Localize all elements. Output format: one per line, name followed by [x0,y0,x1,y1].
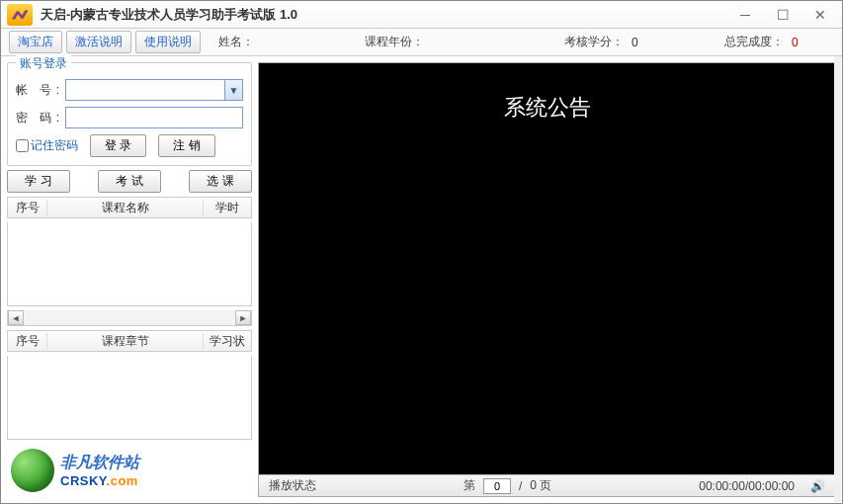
brand-footer: 非凡软件站 CRSKY.com [7,444,252,497]
login-title: 账号登录 [16,55,71,72]
account-input[interactable] [65,79,243,101]
usage-button[interactable]: 使用说明 [135,31,201,53]
login-box: 账号登录 帐 号: ▼ 密 码: 记住密码 [7,62,252,166]
page-prefix: 第 [464,477,475,494]
name-label: 姓名： [218,34,254,50]
activate-button[interactable]: 激活说明 [66,31,131,53]
app-icon [7,4,33,26]
account-label: 帐 号: [16,82,59,99]
password-input[interactable] [65,107,243,128]
close-button[interactable]: ✕ [810,7,830,23]
page-current-input[interactable] [483,478,511,494]
credits-value: 0 [632,36,671,49]
speaker-icon[interactable]: 🔊 [810,479,825,493]
logout-button[interactable]: 注 销 [158,134,214,157]
course-list-scrollbar: ◄ ► [7,310,252,326]
col2-status[interactable]: 学习状 [204,333,251,350]
chapter-list-body[interactable] [7,356,252,440]
course-list-body[interactable] [7,222,252,306]
page-sep: / [519,479,522,493]
left-panel: 账号登录 帐 号: ▼ 密 码: 记住密码 [7,62,252,497]
progress-label: 总完成度： [724,34,784,50]
app-window: 天启-内蒙古专业技术人员学习助手考试版 1.0 ─ ☐ ✕ 淘宝店 激活说明 使… [0,0,843,504]
col2-seq[interactable]: 序号 [8,333,47,350]
progress-value: 0 [792,36,831,49]
brand-cn: 非凡软件站 [60,453,139,473]
maximize-button[interactable]: ☐ [773,7,793,23]
scroll-track[interactable] [24,310,235,325]
col-seq[interactable]: 序号 [8,200,47,216]
exam-button[interactable]: 考 试 [98,170,161,193]
remember-checkbox[interactable]: 记住密码 [16,137,78,154]
taobao-button[interactable]: 淘宝店 [9,31,62,53]
time-display: 00:00:00/00:00:00 [699,479,795,493]
chapter-list-header: 序号 课程章节 学习状 [7,330,252,352]
scroll-left-icon[interactable]: ◄ [8,310,24,325]
titlebar: 天启-内蒙古专业技术人员学习助手考试版 1.0 ─ ☐ ✕ [1,1,842,29]
globe-icon [11,449,54,492]
select-course-button[interactable]: 选 课 [189,170,252,193]
login-button[interactable]: 登 录 [90,134,146,157]
main-area: 账号登录 帐 号: ▼ 密 码: 记住密码 [1,56,842,503]
right-panel: 系统公告 播放状态 第 / 0 页 00:00:00/00:00:00 🔊 [258,62,836,497]
account-combo[interactable]: ▼ [65,79,243,101]
window-title: 天启-内蒙古专业技术人员学习助手考试版 1.0 [41,6,735,24]
nav-buttons: 学 习 考 试 选 课 [7,170,252,193]
chevron-down-icon[interactable]: ▼ [224,80,242,100]
minimize-button[interactable]: ─ [735,7,755,23]
play-state-label: 播放状态 [269,477,316,494]
col-hours[interactable]: 学时 [204,200,251,216]
vertical-scrollbar[interactable] [834,56,841,502]
study-button[interactable]: 学 习 [7,170,70,193]
remember-input[interactable] [16,139,29,152]
toolbar: 淘宝店 激活说明 使用说明 姓名： 课程年份： 考核学分： 0 总完成度： 0 [1,29,842,56]
credits-label: 考核学分： [564,34,624,50]
password-label: 密 码: [16,110,59,126]
status-bar: 播放状态 第 / 0 页 00:00:00/00:00:00 🔊 [259,474,835,496]
scroll-right-icon[interactable]: ► [235,310,251,325]
remember-label: 记住密码 [31,137,78,154]
window-controls: ─ ☐ ✕ [735,7,836,23]
col-course-name[interactable]: 课程名称 [47,200,204,216]
col2-chapter[interactable]: 课程章节 [47,333,204,350]
year-label: 课程年份： [365,34,424,50]
announcement-title: 系统公告 [259,93,835,123]
page-total: 0 页 [530,477,551,494]
course-list-header: 序号 课程名称 学时 [7,197,252,218]
brand-en: CRSKY.com [60,473,139,488]
video-area[interactable]: 系统公告 [259,63,835,474]
